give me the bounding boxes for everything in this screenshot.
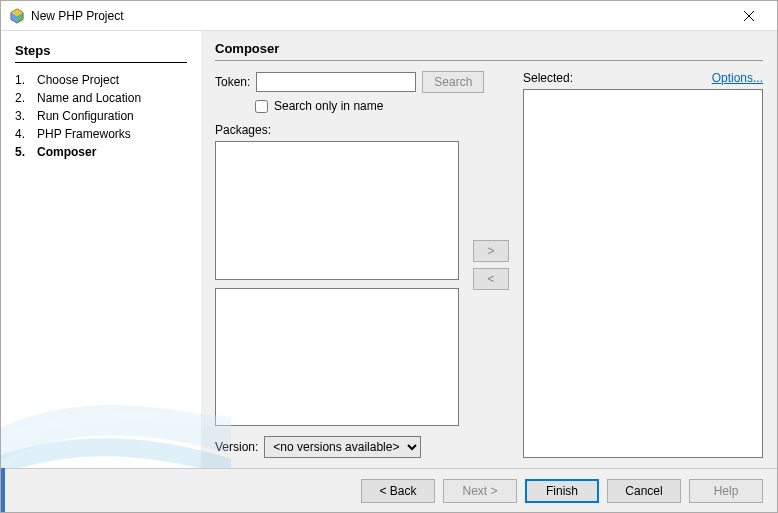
step-label: Choose Project [37, 73, 119, 87]
finish-button[interactable]: Finish [525, 479, 599, 503]
step-number: 1. [15, 73, 37, 87]
step-item: 1. Choose Project [15, 71, 187, 89]
panel-heading: Composer [215, 41, 763, 56]
cancel-button[interactable]: Cancel [607, 479, 681, 503]
package-description-box [215, 288, 459, 427]
step-number: 2. [15, 91, 37, 105]
wizard-window: New PHP Project Steps 1. Choose Project … [0, 0, 778, 513]
token-input[interactable] [256, 72, 416, 92]
version-row: Version: <no versions available> [215, 436, 459, 458]
step-item-current: 5. Composer [15, 143, 187, 161]
wizard-footer: < Back Next > Finish Cancel Help [1, 468, 777, 512]
wizard-body: Steps 1. Choose Project 2. Name and Loca… [1, 31, 777, 468]
selected-column: Selected: Options... [523, 71, 763, 458]
next-button[interactable]: Next > [443, 479, 517, 503]
step-item: 3. Run Configuration [15, 107, 187, 125]
options-link[interactable]: Options... [712, 71, 763, 85]
selected-header: Selected: Options... [523, 71, 763, 85]
step-item: 2. Name and Location [15, 89, 187, 107]
remove-package-button[interactable]: < [473, 268, 509, 290]
search-only-row: Search only in name [255, 99, 459, 113]
step-item: 4. PHP Frameworks [15, 125, 187, 143]
search-only-checkbox[interactable] [255, 100, 268, 113]
token-row: Token: Search [215, 71, 459, 93]
packages-listbox[interactable] [215, 141, 459, 280]
step-label: Composer [37, 145, 96, 159]
version-select[interactable]: <no versions available> [264, 436, 421, 458]
step-number: 4. [15, 127, 37, 141]
close-button[interactable] [729, 2, 769, 30]
steps-sidebar: Steps 1. Choose Project 2. Name and Loca… [1, 31, 201, 468]
packages-label: Packages: [215, 123, 459, 137]
main-panel: Composer Token: Search Search only in na… [201, 31, 777, 468]
titlebar: New PHP Project [1, 1, 777, 31]
search-only-label: Search only in name [274, 99, 383, 113]
form-area: Token: Search Search only in name Packag… [215, 71, 763, 458]
back-button[interactable]: < Back [361, 479, 435, 503]
step-label: PHP Frameworks [37, 127, 131, 141]
step-label: Name and Location [37, 91, 141, 105]
version-label: Version: [215, 440, 258, 454]
decorative-swoosh [1, 328, 231, 468]
app-icon [9, 8, 25, 24]
add-package-button[interactable]: > [473, 240, 509, 262]
transfer-buttons-column: > < [469, 71, 513, 458]
steps-heading: Steps [15, 43, 187, 58]
selected-label: Selected: [523, 71, 573, 85]
packages-column: Token: Search Search only in name Packag… [215, 71, 459, 458]
steps-divider [15, 62, 187, 63]
help-button[interactable]: Help [689, 479, 763, 503]
window-title: New PHP Project [31, 9, 729, 23]
selected-listbox[interactable] [523, 89, 763, 458]
panel-divider [215, 60, 763, 61]
step-label: Run Configuration [37, 109, 134, 123]
token-label: Token: [215, 75, 250, 89]
steps-list: 1. Choose Project 2. Name and Location 3… [15, 71, 187, 161]
step-number: 3. [15, 109, 37, 123]
step-number: 5. [15, 145, 37, 159]
